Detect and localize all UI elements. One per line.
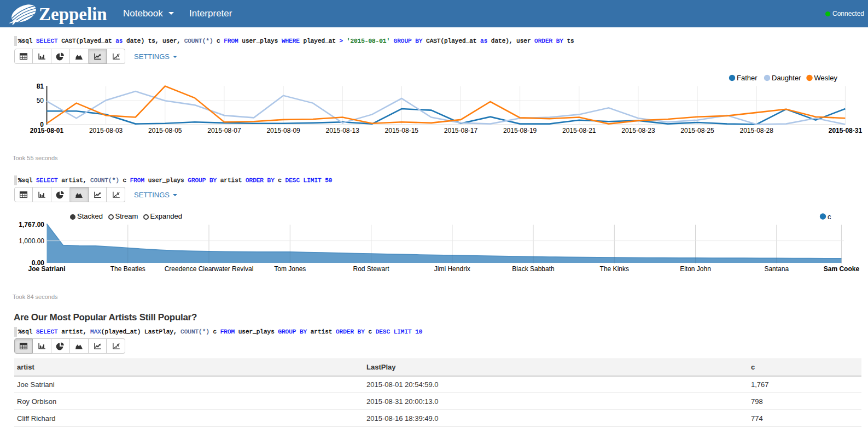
svg-text:2015-08-31: 2015-08-31 bbox=[829, 127, 863, 134]
svg-text:2015-08-03: 2015-08-03 bbox=[89, 127, 123, 134]
svg-text:2015-08-07: 2015-08-07 bbox=[207, 127, 241, 134]
svg-text:Tom Jones: Tom Jones bbox=[274, 265, 306, 273]
svg-text:2015-08-21: 2015-08-21 bbox=[562, 127, 596, 134]
svg-text:2015-08-09: 2015-08-09 bbox=[266, 127, 300, 134]
svg-text:Rod Stewart: Rod Stewart bbox=[353, 265, 389, 273]
svg-text:The Kinks: The Kinks bbox=[600, 265, 629, 273]
svg-text:1,000.00: 1,000.00 bbox=[19, 237, 44, 245]
svg-text:2015-08-15: 2015-08-15 bbox=[385, 127, 419, 134]
svg-text:c: c bbox=[828, 213, 831, 221]
svg-text:Santana: Santana bbox=[764, 265, 789, 273]
svg-text:Black Sabbath: Black Sabbath bbox=[512, 265, 554, 273]
svg-text:Daughter: Daughter bbox=[772, 74, 801, 82]
svg-text:2015-08-25: 2015-08-25 bbox=[680, 127, 714, 134]
svg-text:Sam Cooke: Sam Cooke bbox=[824, 265, 860, 273]
svg-text:Elton John: Elton John bbox=[680, 265, 711, 273]
svg-text:The Beatles: The Beatles bbox=[110, 265, 145, 273]
svg-text:2015-08-05: 2015-08-05 bbox=[148, 127, 182, 134]
svg-text:2015-08-17: 2015-08-17 bbox=[444, 127, 478, 134]
svg-text:81: 81 bbox=[37, 83, 44, 90]
svg-text:2015-08-01: 2015-08-01 bbox=[30, 127, 64, 134]
svg-text:1,767.00: 1,767.00 bbox=[19, 221, 44, 228]
svg-text:2015-08-13: 2015-08-13 bbox=[326, 127, 360, 134]
svg-text:Wesley: Wesley bbox=[814, 74, 838, 82]
svg-text:Father: Father bbox=[737, 74, 758, 82]
svg-text:2015-08-28: 2015-08-28 bbox=[740, 127, 774, 134]
svg-text:50: 50 bbox=[37, 97, 44, 104]
svg-text:2015-08-23: 2015-08-23 bbox=[621, 127, 655, 134]
svg-text:Joe Satriani: Joe Satriani bbox=[28, 265, 65, 273]
svg-text:Jimi Hendrix: Jimi Hendrix bbox=[434, 265, 470, 273]
svg-text:2015-08-19: 2015-08-19 bbox=[503, 127, 537, 134]
svg-text:Creedence Clearwater Revival: Creedence Clearwater Revival bbox=[165, 265, 254, 273]
